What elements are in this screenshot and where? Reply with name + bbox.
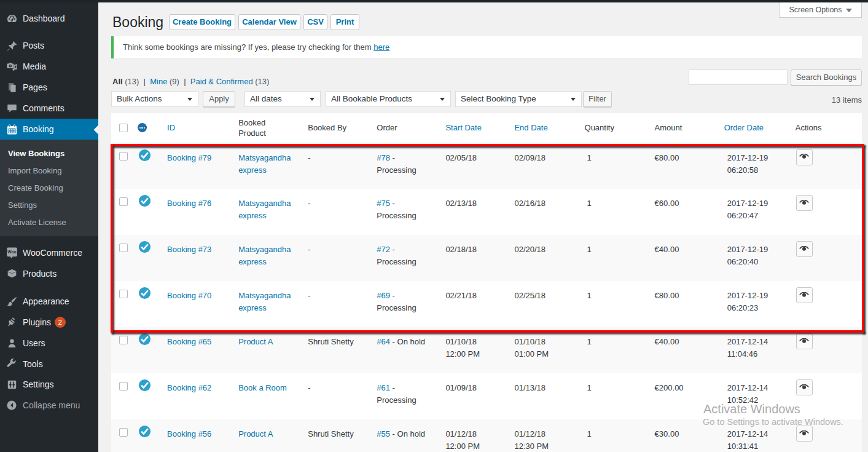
svg-text:Woo: Woo: [7, 250, 16, 254]
